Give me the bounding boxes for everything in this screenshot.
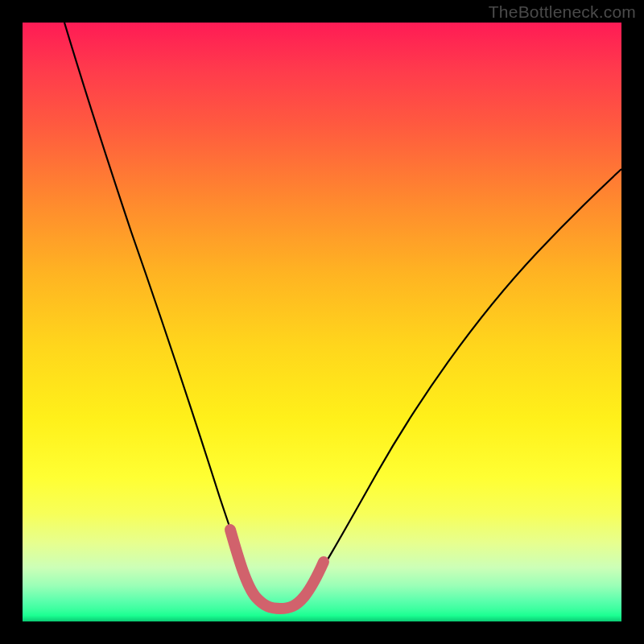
- curve-layer: [23, 23, 621, 621]
- bottleneck-curve-highlight: [230, 530, 324, 609]
- watermark-text: TheBottleneck.com: [489, 2, 636, 22]
- plot-area: [23, 23, 621, 621]
- bottleneck-curve: [64, 23, 621, 608]
- chart-frame: TheBottleneck.com: [0, 0, 644, 644]
